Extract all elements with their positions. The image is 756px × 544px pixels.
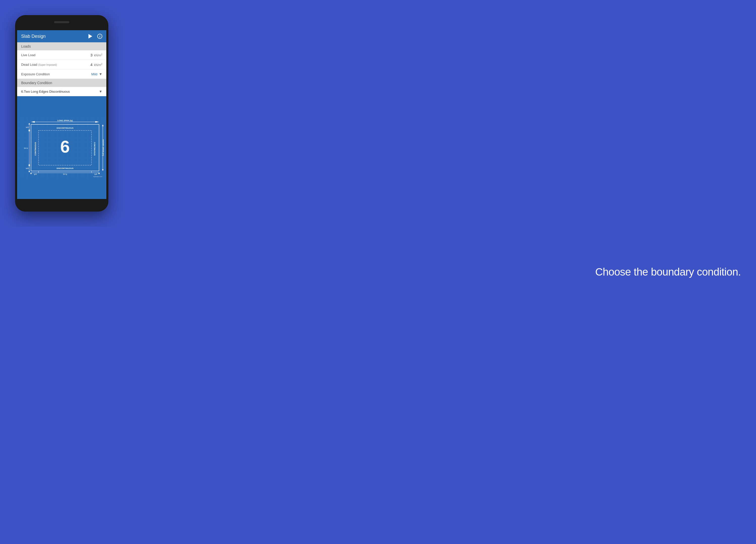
svg-text:ly/8: ly/8 [95, 173, 97, 175]
svg-text:6: 6 [60, 137, 70, 156]
play-icon[interactable] [88, 34, 92, 39]
dead-load-unit: kN/m2 [94, 63, 102, 67]
live-load-label: Live Load [21, 53, 90, 57]
boundary-dropdown-arrow: ▼ [99, 89, 102, 93]
boundary-dropdown[interactable]: 6.Two Long Edges Discontinuous ▼ [17, 87, 106, 96]
app-title: Slab Design [21, 34, 83, 39]
dead-load-row[interactable]: Dead Load (Super Imposed) 4 kN/m2 [17, 60, 106, 70]
svg-text:lx/8: lx/8 [26, 127, 29, 128]
boundary-selected: 6.Two Long Edges Discontinuous [21, 90, 97, 93]
svg-text:CONTINUOUS: CONTINUOUS [93, 142, 96, 156]
svg-text:LONG SPAN (ly): LONG SPAN (ly) [57, 119, 73, 122]
svg-text:3/4 ly: 3/4 ly [63, 173, 67, 175]
phone-shell: Slab Design i Loads Live Load 3 kN/m2 De… [15, 15, 108, 212]
boundary-diagram: LONG SPAN (ly) SHORT SPAN (lx) lx/8 3/4 … [17, 96, 106, 199]
exposure-dropdown-arrow: ▼ [99, 72, 102, 76]
loads-section-header: Loads [17, 42, 106, 50]
svg-text:DISCONTINUOUS: DISCONTINUOUS [56, 167, 74, 170]
svg-text:eigenplus.com: eigenplus.com [93, 176, 102, 177]
live-load-row[interactable]: Live Load 3 kN/m2 [17, 50, 106, 60]
dead-load-label: Dead Load (Super Imposed) [21, 63, 90, 67]
svg-text:ly/8: ly/8 [34, 173, 37, 175]
app-bar: Slab Design i [17, 30, 106, 42]
svg-text:DISCONTINUOUS: DISCONTINUOUS [56, 127, 74, 129]
boundary-section-header: Boundary Condition [17, 79, 106, 87]
dead-load-value: 4 [90, 62, 92, 67]
svg-text:CONTINUOUS: CONTINUOUS [34, 142, 37, 155]
exposure-label: Exposure Condition [21, 72, 91, 76]
diagram-svg: LONG SPAN (ly) SHORT SPAN (lx) lx/8 3/4 … [17, 96, 106, 199]
info-icon[interactable]: i [97, 34, 102, 39]
exposure-value: Mild [91, 72, 97, 76]
phone-screen: Slab Design i Loads Live Load 3 kN/m2 De… [17, 30, 106, 199]
svg-text:3/4 lx: 3/4 lx [24, 147, 28, 149]
live-load-value: 3 [90, 53, 92, 57]
live-load-unit: kN/m2 [94, 53, 102, 57]
svg-text:SHORT SPAN (lx): SHORT SPAN (lx) [102, 139, 104, 156]
svg-text:lx/8: lx/8 [26, 168, 29, 169]
exposure-row[interactable]: Exposure Condition Mild ▼ [17, 70, 106, 79]
